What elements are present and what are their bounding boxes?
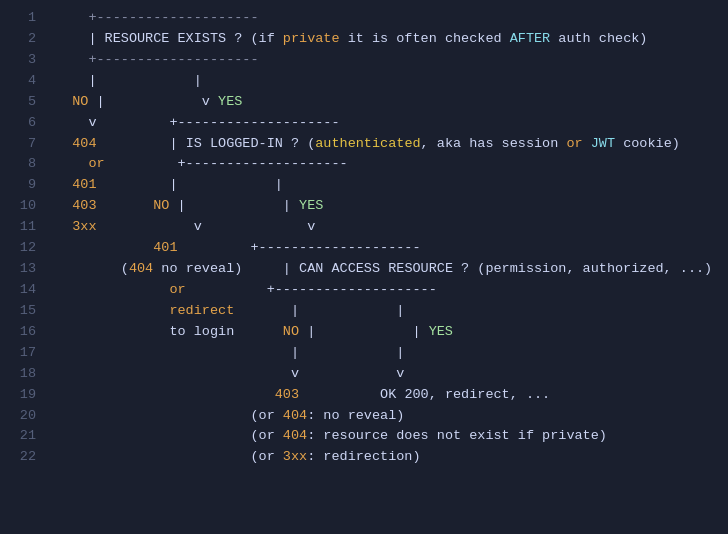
code-line: (404 no reveal) | CAN ACCESS RESOURCE ? …: [56, 259, 720, 280]
code-segment: : redirection): [307, 449, 420, 464]
line-number: 11: [16, 217, 36, 238]
code-segment: YES: [299, 198, 323, 213]
code-line: redirect | |: [56, 301, 720, 322]
code-segment: authenticated: [315, 136, 420, 151]
line-number: 15: [16, 301, 36, 322]
code-segment: | |: [234, 303, 404, 318]
code-line: v +--------------------: [56, 113, 720, 134]
code-segment: 401: [153, 240, 177, 255]
code-segment: cookie): [615, 136, 680, 151]
line-number: 16: [16, 322, 36, 343]
line-number: 17: [16, 343, 36, 364]
code-line: 403 OK 200, redirect, ...: [56, 385, 720, 406]
code-segment: v v: [56, 366, 404, 381]
line-number: 4: [16, 71, 36, 92]
code-line: | |: [56, 343, 720, 364]
code-segment: auth check): [550, 31, 647, 46]
code-segment: [56, 94, 72, 109]
code-segment: OK 200, redirect, ...: [299, 387, 550, 402]
code-segment: | |: [56, 345, 404, 360]
code-line: 403 NO | | YES: [56, 196, 720, 217]
code-segment: or: [88, 156, 104, 171]
code-segment: [56, 282, 169, 297]
code-line: (or 404: no reveal): [56, 406, 720, 427]
code-line: +--------------------: [56, 50, 720, 71]
code-segment: | IS LOGGED-IN ? (: [97, 136, 316, 151]
code-segment: [56, 198, 72, 213]
code-segment: 404: [72, 136, 96, 151]
code-segment: : no reveal): [307, 408, 404, 423]
code-segment: to login: [56, 324, 283, 339]
line-number: 21: [16, 426, 36, 447]
code-segment: | |: [97, 177, 283, 192]
line-number: 19: [16, 385, 36, 406]
code-segment: 3xx: [283, 449, 307, 464]
code-segment: no reveal) | CAN ACCESS RESOURCE ? (perm…: [153, 261, 712, 276]
code-segment: it is often checked: [340, 31, 510, 46]
code-segment: | |: [299, 324, 429, 339]
code-segment: | |: [169, 198, 299, 213]
code-segment: [56, 303, 169, 318]
code-line: (or 404: resource does not exist if priv…: [56, 426, 720, 447]
code-segment: (: [56, 261, 129, 276]
code-segment: [56, 177, 72, 192]
line-number: 3: [16, 50, 36, 71]
code-line: or +--------------------: [56, 154, 720, 175]
code-segment: v +--------------------: [56, 115, 340, 130]
code-line: 401 +--------------------: [56, 238, 720, 259]
line-number: 12: [16, 238, 36, 259]
code-segment: (or: [56, 408, 283, 423]
code-segment: 3xx: [72, 219, 96, 234]
code-line: or +--------------------: [56, 280, 720, 301]
code-segment: +--------------------: [56, 10, 259, 25]
line-number: 20: [16, 406, 36, 427]
code-segment: +--------------------: [105, 156, 348, 171]
code-segment: | RESOURCE EXISTS ? (if: [56, 31, 283, 46]
code-segment: [56, 240, 153, 255]
code-line: NO | v YES: [56, 92, 720, 113]
code-lines: +-------------------- | RESOURCE EXISTS …: [48, 8, 728, 468]
line-number: 6: [16, 113, 36, 134]
line-number: 1: [16, 8, 36, 29]
code-segment: YES: [218, 94, 242, 109]
code-line: | RESOURCE EXISTS ? (if private it is of…: [56, 29, 720, 50]
code-segment: +--------------------: [186, 282, 437, 297]
code-segment: [583, 136, 591, 151]
code-line: v v: [56, 364, 720, 385]
code-segment: NO: [72, 94, 88, 109]
code-segment: or: [169, 282, 185, 297]
line-numbers: 12345678910111213141516171819202122: [0, 8, 48, 468]
line-number: 22: [16, 447, 36, 468]
code-segment: +--------------------: [178, 240, 421, 255]
line-number: 2: [16, 29, 36, 50]
code-line: +--------------------: [56, 8, 720, 29]
code-block: 12345678910111213141516171819202122 +---…: [0, 0, 728, 476]
code-segment: (or: [56, 449, 283, 464]
line-number: 13: [16, 259, 36, 280]
code-segment: private: [283, 31, 340, 46]
code-segment: [97, 198, 154, 213]
code-segment: 404: [283, 428, 307, 443]
code-segment: 403: [275, 387, 299, 402]
code-segment: 404: [283, 408, 307, 423]
code-line: | |: [56, 71, 720, 92]
code-segment: (or: [56, 428, 283, 443]
code-segment: : resource does not exist if private): [307, 428, 607, 443]
line-number: 9: [16, 175, 36, 196]
code-segment: [56, 156, 88, 171]
code-segment: [56, 387, 275, 402]
code-segment: 401: [72, 177, 96, 192]
code-line: 401 | |: [56, 175, 720, 196]
code-segment: [56, 219, 72, 234]
code-segment: | |: [56, 73, 202, 88]
line-number: 10: [16, 196, 36, 217]
code-segment: 403: [72, 198, 96, 213]
code-segment: 404: [129, 261, 153, 276]
code-segment: v v: [97, 219, 316, 234]
code-segment: redirect: [169, 303, 234, 318]
code-line: 404 | IS LOGGED-IN ? (authenticated, aka…: [56, 134, 720, 155]
line-number: 7: [16, 134, 36, 155]
line-number: 18: [16, 364, 36, 385]
code-segment: | v: [88, 94, 218, 109]
code-segment: AFTER: [510, 31, 551, 46]
